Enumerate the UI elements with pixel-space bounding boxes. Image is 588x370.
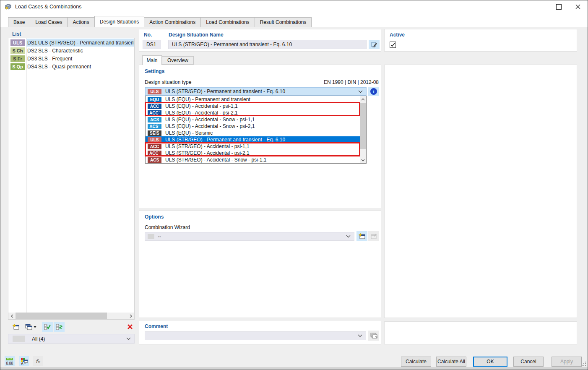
calculate-all-button[interactable]: Calculate All	[436, 357, 466, 367]
dropdown-item[interactable]: ACS ULS (EQU) - Accidental - Snow - psi-…	[146, 116, 360, 123]
combination-wizard-combobox[interactable]: --	[145, 232, 354, 241]
titlebar: Load Cases & Combinations	[0, 0, 588, 13]
ok-button[interactable]: OK	[473, 357, 507, 367]
comment-panel: Comment	[139, 320, 381, 344]
chevron-down-icon	[358, 334, 362, 337]
type-badge: ULS	[148, 89, 161, 94]
chevron-down-icon	[126, 337, 131, 340]
list-item-ds2[interactable]: S Ch DS2SLS - Characteristic	[8, 47, 134, 55]
units-icon-text: 0,00	[6, 361, 13, 365]
window-title: Load Cases & Combinations	[15, 4, 81, 10]
detail-preview-panel	[384, 65, 577, 318]
tab-action-combinations[interactable]: Action Combinations	[144, 17, 201, 27]
design-situation-name-field[interactable]: ULS (STR/GEO) - Permanent and transient …	[168, 40, 367, 49]
tab-load-combinations[interactable]: Load Combinations	[200, 17, 255, 27]
design-situation-type-combobox[interactable]: ULS ULS (STR/GEO) - Permanent and transi…	[145, 87, 367, 96]
active-checkbox[interactable]	[390, 42, 396, 48]
calculate-button[interactable]: Calculate	[401, 357, 431, 367]
cancel-button[interactable]: Cancel	[513, 357, 544, 367]
dropdown-item[interactable]: ACC ULS (EQU) - Accidental - psi-1,1	[146, 103, 360, 109]
active-label: Active	[390, 32, 405, 38]
list-item-name: SLS - Quasi-permanent	[38, 64, 91, 70]
comment-combobox[interactable]	[145, 331, 366, 340]
tab-overview[interactable]: Overview	[162, 56, 194, 65]
dropdown-item[interactable]: EQU ULS (EQU) - Permanent and transient	[146, 96, 360, 103]
scroll-down-icon[interactable]	[360, 157, 366, 163]
scroll-right-icon[interactable]	[127, 313, 134, 319]
tab-load-cases[interactable]: Load Cases	[30, 17, 68, 27]
dropdown-item[interactable]: SEIS ULS (EQU) - Seismic	[146, 130, 360, 136]
info-icon: i	[370, 88, 377, 95]
scroll-up-icon[interactable]	[360, 96, 366, 102]
dropdown-item[interactable]: ACC´ ULS (STR/GEO) - Accidental - psi-2,…	[146, 150, 360, 156]
list-item-no: DS3	[27, 56, 38, 62]
scrollbar-thumb[interactable]	[16, 313, 107, 319]
units-settings-button[interactable]: 0,00	[5, 356, 15, 366]
comment-templates-button[interactable]	[368, 331, 379, 341]
formula-button[interactable]: fx	[33, 356, 43, 366]
resize-grip[interactable]	[582, 361, 586, 367]
list-column-divider	[26, 38, 27, 313]
detail-comment-panel	[384, 321, 577, 344]
dropdown-scrollbar[interactable]	[360, 96, 366, 163]
new-item-button[interactable]	[10, 322, 21, 332]
dropdown-item[interactable]: ACS ULS (STR/GEO) - Accidental - Snow - …	[146, 156, 360, 163]
list-item-no: DS1	[27, 40, 38, 46]
options-panel: Options Combination Wizard --	[139, 210, 381, 318]
list-item-badge: ULS	[10, 39, 25, 46]
chevron-down-icon	[358, 90, 363, 93]
tab-main[interactable]: Main	[142, 55, 162, 65]
scrollbar-thumb[interactable]	[360, 103, 366, 149]
invert-selection-button[interactable]	[54, 322, 65, 332]
scroll-left-icon[interactable]	[8, 313, 16, 319]
list-item-no: DS4	[27, 64, 38, 70]
list-section-header: List	[12, 31, 21, 37]
display-settings-button[interactable]: A	[19, 356, 29, 366]
dropdown-item[interactable]: ACC´ ULS (EQU) - Accidental - psi-2,1	[146, 109, 360, 116]
new-wizard-button[interactable]	[356, 231, 367, 241]
info-button[interactable]: i	[368, 87, 379, 96]
minimize-button[interactable]	[530, 0, 549, 13]
dropdown-item[interactable]: ACS´ ULS (EQU) - Accidental - Snow - psi…	[146, 123, 360, 130]
svg-text:A: A	[21, 362, 23, 365]
dialog-tabstrip: Base Load Cases Actions Design Situation…	[0, 13, 588, 27]
comment-section-header: Comment	[145, 323, 168, 329]
dropdown-item[interactable]: ACC ULS (STR/GEO) - Accidental - psi-1,1	[146, 143, 360, 150]
list-filter-combobox[interactable]: All (4)	[8, 334, 135, 344]
no-field[interactable]: DS1	[143, 40, 161, 49]
maximize-button[interactable]	[549, 0, 568, 13]
list-item-name: ULS (STR/GEO) - Permanent and transient …	[38, 40, 134, 46]
design-situation-type-dropdown: EQU ULS (EQU) - Permanent and transient …	[145, 96, 367, 164]
apply-button-disabled[interactable]: Apply	[552, 357, 582, 367]
no-label: No.	[144, 32, 152, 38]
close-button[interactable]	[568, 0, 588, 13]
standard-code-label: EN 1990 | DIN | 2012-08	[324, 79, 379, 85]
fx-icon: fx	[36, 358, 40, 365]
list-item-no: DS2	[27, 48, 38, 54]
list-item-ds3[interactable]: S Fr DS3SLS - Frequent	[8, 55, 134, 63]
copy-item-button[interactable]	[23, 322, 38, 332]
wizard-color-swatch	[148, 234, 154, 239]
tab-design-situations[interactable]: Design Situations	[94, 16, 144, 27]
settings-section-header: Settings	[145, 68, 164, 74]
select-all-button[interactable]	[42, 322, 53, 332]
tab-base[interactable]: Base	[8, 17, 30, 27]
dropdown-item-selected[interactable]: ULS ULS (STR/GEO) - Permanent and transi…	[146, 136, 360, 143]
list-item-ds4[interactable]: S Qp DS4SLS - Quasi-permanent	[8, 63, 134, 70]
list-item-ds1[interactable]: ULS DS1ULS (STR/GEO) - Permanent and tra…	[8, 39, 134, 47]
chevron-down-icon	[346, 235, 351, 238]
list-item-badge: S Ch	[10, 47, 25, 54]
list-item-badge: S Qp	[10, 63, 25, 70]
design-situation-type-label: Design situation type	[145, 79, 191, 85]
delete-item-button[interactable]	[125, 322, 135, 332]
load-cases-combinations-dialog: Load Cases & Combinations Base Load Case…	[0, 0, 588, 370]
tab-result-combinations[interactable]: Result Combinations	[255, 17, 312, 27]
list-horizontal-scrollbar[interactable]	[8, 313, 134, 319]
list-item-name: SLS - Frequent	[38, 56, 72, 62]
combination-wizard-label: Combination Wizard	[145, 224, 190, 230]
edit-wizard-button-disabled[interactable]	[368, 231, 379, 241]
tab-actions[interactable]: Actions	[67, 17, 94, 27]
filter-color-swatch	[13, 336, 25, 342]
list-item-name: SLS - Characteristic	[38, 48, 83, 54]
rename-button[interactable]	[369, 40, 380, 49]
